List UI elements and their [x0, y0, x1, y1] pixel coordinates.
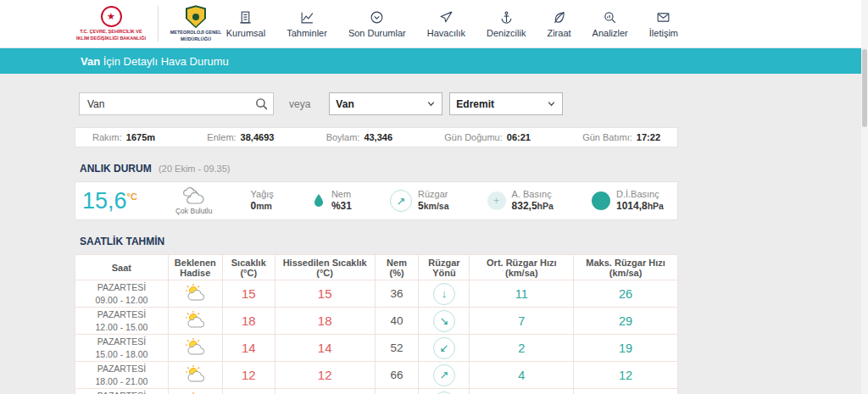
search-input[interactable] — [79, 92, 274, 115]
sunrise-info: Gün Doğumu:06:21 — [444, 132, 531, 142]
line-chart-icon — [300, 10, 314, 25]
scrollbar-thumb[interactable] — [862, 49, 867, 127]
province-select[interactable]: Van — [329, 92, 442, 115]
page-title-rest: İçin Detaylı Hava Durumu — [100, 55, 229, 68]
nav-item-denizcilik[interactable]: Denizcilik — [487, 10, 526, 38]
wind-direction-arrow: ↘ — [433, 310, 455, 332]
search-icon[interactable] — [254, 97, 269, 114]
building-icon — [238, 10, 253, 25]
nav-item-havacilik[interactable]: Havacılık — [427, 10, 465, 38]
top-header: ★ T.C. ÇEVRE, ŞEHİRCİLİK VE İKLİM DEĞİŞİ… — [0, 0, 868, 48]
leaf-icon — [552, 10, 566, 25]
district-select[interactable]: Edremit — [449, 92, 563, 115]
col-saat: Saat — [75, 255, 169, 280]
current-section-head: ANLIK DURUM (20 Ekim - 09.35) — [80, 160, 678, 175]
nav-item-son-durumlar[interactable]: Son Durumlar — [348, 10, 406, 38]
col-sicaklik: Sıcaklık (°C) — [222, 255, 275, 280]
province-select-value: Van — [336, 98, 353, 110]
forecast-section-head: SAATLİK TAHMİN — [80, 233, 678, 248]
nav-label: Denizcilik — [487, 28, 526, 38]
nav-label: İletişim — [649, 28, 678, 38]
sunset-info: Gün Batımı:17:22 — [582, 132, 660, 142]
wind-direction-arrow: ← — [433, 391, 455, 394]
nav-item-kurumsal[interactable]: Kurumsal — [226, 10, 265, 38]
page-title-city: Van — [81, 55, 100, 68]
wind-metric: ↗ Rüzgar 5km/sa — [390, 189, 448, 214]
nav-item-analizler[interactable]: Analizler — [593, 10, 628, 38]
forecast-row: PAZARTESİ21.00 - 24.00 10 10 75 ← 6 16 — [75, 389, 678, 394]
nav-item-ziraat[interactable]: Ziraat — [547, 10, 570, 38]
col-ort-ruzgar: Ort. Rüzgar Hızı (km/sa) — [470, 255, 574, 280]
forecast-row: PAZARTESİ15.00 - 18.00 14 14 52 ↙ 2 19 — [75, 335, 678, 362]
forecast-section-title: SAATLİK TAHMİN — [80, 236, 164, 247]
sun-cloud-icon — [182, 283, 208, 302]
nav-label: Tahminler — [287, 28, 327, 38]
wind-direction-arrow: ↙ — [433, 337, 455, 359]
current-condition: Çok Bulutlu — [175, 187, 212, 215]
forecast-row: PAZARTESİ12.00 - 15.00 18 18 40 ↘ 7 29 — [75, 308, 678, 335]
envelope-icon — [656, 10, 670, 25]
latitude-info: Enlem:38,4693 — [207, 132, 274, 142]
location-search-row: veya Van Edremit — [79, 92, 678, 115]
ministry-emblem-icon: ★ — [101, 6, 122, 27]
page-title-banner: Van İçin Detaylı Hava Durumu — [0, 48, 868, 74]
actual-pressure-metric: + A. Basınç 832,5hPa — [487, 189, 554, 214]
col-maks-ruzgar: Maks. Rüzgar Hızı (km/sa) — [574, 255, 678, 280]
condition-caption: Çok Bulutlu — [175, 207, 212, 215]
district-select-value: Edremit — [456, 98, 494, 110]
pressure-circle-icon: + — [487, 191, 506, 210]
clouds-icon — [180, 187, 209, 206]
ministry-logo[interactable]: ★ T.C. ÇEVRE, ŞEHİRCİLİK VE İKLİM DEĞİŞİ… — [75, 6, 147, 41]
or-label: veya — [289, 98, 310, 110]
col-hissedilen: Hissedilen Sıcaklık (°C) — [275, 255, 375, 280]
nav-label: Havacılık — [427, 28, 465, 38]
logos: ★ T.C. ÇEVRE, ŞEHİRCİLİK VE İKLİM DEĞİŞİ… — [75, 5, 223, 42]
wind-direction-arrow: ↓ — [433, 283, 455, 305]
filled-circle-icon — [592, 191, 610, 210]
nav-item-iletisim[interactable]: İletişim — [649, 10, 678, 38]
chevron-down-icon — [547, 99, 556, 108]
page-title: Van İçin Detaylı Hava Durumu — [81, 55, 678, 68]
nav-label: Ziraat — [547, 28, 570, 38]
humidity-metric: Nem %31 — [312, 189, 352, 214]
plane-icon — [439, 10, 453, 25]
temperature-unit: °C — [127, 191, 137, 202]
scrollbar[interactable] — [861, 0, 868, 394]
col-ruzgar-yonu: Rüzgar Yönü — [419, 255, 470, 280]
sun-cloud-icon — [182, 310, 208, 329]
wind-direction-icon: ↗ — [390, 190, 412, 212]
current-section-subtitle: (20 Ekim - 09.35) — [159, 164, 230, 174]
forecast-row: PAZARTESİ18.00 - 21.00 12 12 66 ↗ 4 12 — [75, 362, 678, 389]
hourly-forecast-table: Saat Beklenen Hadise Sıcaklık (°C) Hisse… — [75, 254, 678, 394]
nav-label: Kurumsal — [226, 28, 265, 38]
mgm-caption: METEOROLOJİ GENEL MÜDÜRLÜĞÜ — [169, 30, 223, 42]
current-temperature: 15,6°C — [82, 190, 137, 213]
droplet-icon — [312, 193, 326, 208]
table-header-row: Saat Beklenen Hadise Sıcaklık (°C) Hisse… — [75, 255, 678, 280]
current-section-title: ANLIK DURUM — [80, 163, 152, 175]
mgm-logo[interactable]: METEOROLOJİ GENEL MÜDÜRLÜĞÜ — [169, 5, 223, 42]
nav-item-tahminler[interactable]: Tahminler — [287, 10, 327, 38]
sun-cloud-icon — [182, 364, 208, 383]
chevron-down-icon — [426, 99, 436, 108]
altitude-info: Rakım:1675m — [92, 132, 155, 142]
wind-direction-arrow: ↗ — [433, 364, 455, 386]
sea-level-pressure-metric: D.İ.Basınç 1014,8hPa — [592, 189, 664, 214]
search-box — [79, 92, 274, 115]
location-info-bar: Rakım:1675m Enlem:38,4693 Boylam:43,346 … — [75, 127, 678, 147]
anchor-icon — [499, 10, 514, 25]
forecast-row: PAZARTESİ09.00 - 12.00 15 15 36 ↓ 11 26 — [75, 280, 678, 308]
sun-cloud-icon — [182, 337, 208, 356]
nav-label: Son Durumlar — [348, 28, 406, 38]
status-circle-icon — [370, 10, 384, 25]
magnifier-chart-icon — [603, 10, 617, 25]
nav-label: Analizler — [593, 28, 628, 38]
longitude-info: Boylam:43,346 — [326, 132, 392, 142]
precipitation-metric: Yağış 0mm — [251, 189, 274, 214]
col-beklenen-hadise: Beklenen Hadise — [168, 255, 222, 280]
col-nem: Nem (%) — [375, 255, 419, 280]
logo-divider — [158, 6, 159, 42]
mgm-shield-icon — [186, 5, 206, 28]
main-nav: Kurumsal Tahminler Son Durumlar Havacılı… — [226, 10, 678, 38]
ministry-caption: T.C. ÇEVRE, ŞEHİRCİLİK VE İKLİM DEĞİŞİKL… — [75, 29, 147, 41]
